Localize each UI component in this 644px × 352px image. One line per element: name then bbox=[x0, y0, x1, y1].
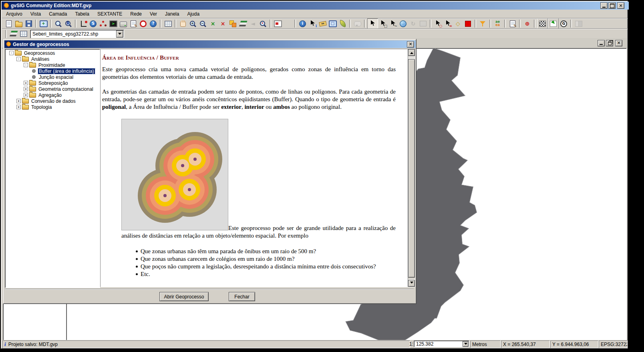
extra-panel-button[interactable] bbox=[418, 19, 428, 28]
console-button[interactable]: > bbox=[108, 19, 118, 28]
collapse-icon[interactable]: - bbox=[9, 51, 14, 55]
close-button[interactable]: ✕ bbox=[617, 2, 624, 9]
gvsig-brand-button[interactable] bbox=[338, 19, 348, 28]
find-by-id-button[interactable]: B bbox=[63, 19, 73, 28]
select-lasso-button[interactable]: ~ bbox=[388, 19, 398, 28]
layer-stack-button[interactable] bbox=[238, 19, 248, 28]
raster-selection-button[interactable] bbox=[537, 18, 548, 29]
select-circle-button[interactable]: ○ bbox=[433, 19, 443, 28]
project-preview-button[interactable] bbox=[53, 19, 63, 28]
vector-selection-button[interactable] bbox=[548, 18, 559, 29]
menu-item-tabela[interactable]: Tabela bbox=[71, 10, 93, 18]
geoprocess-molecule-button[interactable] bbox=[98, 19, 108, 28]
locator-button[interactable] bbox=[283, 19, 293, 28]
new-document-button[interactable] bbox=[4, 19, 14, 28]
scroll-thumb[interactable] bbox=[408, 59, 415, 278]
new-view-button[interactable]: + bbox=[38, 19, 48, 28]
layer-visibility-icon[interactable] bbox=[8, 29, 18, 39]
maximize-button[interactable] bbox=[608, 2, 616, 9]
view-minimize-button[interactable] bbox=[598, 40, 605, 46]
refresh-button[interactable]: ↻ bbox=[408, 19, 418, 28]
overview-map-button[interactable] bbox=[273, 19, 283, 28]
tile-windows-button[interactable] bbox=[574, 19, 584, 28]
open-project-button[interactable] bbox=[14, 19, 24, 28]
collapse-icon[interactable]: - bbox=[16, 57, 21, 61]
view-restore-button[interactable] bbox=[606, 40, 613, 46]
expand-icon[interactable]: + bbox=[16, 105, 21, 109]
field-manager-button[interactable] bbox=[493, 19, 503, 28]
pan-button[interactable] bbox=[178, 19, 188, 28]
tree-item-juncao-espacial[interactable]: Junção espacial bbox=[5, 74, 100, 80]
toolbar-separator bbox=[270, 20, 271, 28]
stop-edit-button[interactable] bbox=[463, 19, 473, 28]
zoom-selection-button[interactable]: • bbox=[258, 19, 268, 28]
expand-icon[interactable]: + bbox=[16, 99, 21, 103]
select-rectangle-button[interactable]: □ bbox=[378, 19, 388, 28]
menu-item-janela[interactable]: Janela bbox=[161, 10, 183, 18]
zoom-out-button[interactable]: − bbox=[198, 19, 208, 28]
measure-area-button[interactable]: □ bbox=[328, 19, 338, 28]
zoom-previous-button[interactable]: × bbox=[218, 19, 228, 28]
geolocation-g-button[interactable]: G bbox=[559, 19, 569, 28]
zoom-layer-button[interactable] bbox=[228, 19, 238, 28]
content-scrollbar[interactable] bbox=[408, 49, 415, 287]
help-button[interactable]: ? bbox=[148, 19, 158, 28]
tree-item-sobreposicao[interactable]: +Sobreposição bbox=[5, 80, 100, 86]
navigation-back-button[interactable]: ◄ bbox=[248, 19, 258, 28]
add-event-layer-button[interactable] bbox=[78, 19, 88, 28]
menu-item-rede[interactable]: Rede bbox=[126, 10, 146, 18]
close-dialog-button[interactable]: Fechar bbox=[229, 292, 255, 301]
main-titlebar[interactable]: gvSIG Community Edition:MDT.gvp ✕ bbox=[2, 2, 629, 10]
select-polyline-button[interactable]: ≈ bbox=[443, 19, 453, 28]
sextante-toolbox-button[interactable]: S bbox=[88, 19, 98, 28]
layer-selector[interactable]: Seberi_limites_epsg32722.shp bbox=[30, 30, 124, 38]
tree-item-analises[interactable]: -Análises bbox=[5, 56, 100, 62]
select-view-globe-button[interactable] bbox=[398, 19, 408, 28]
menu-item-ajuda[interactable]: Ajuda bbox=[183, 10, 203, 18]
toc-order-icon[interactable] bbox=[18, 29, 28, 39]
tree-item-geoprocessos[interactable]: -Geoprocessos bbox=[5, 50, 100, 56]
save-project-button[interactable] bbox=[24, 19, 34, 28]
scroll-down-button[interactable] bbox=[408, 280, 415, 287]
annotation-button[interactable]: ✎ bbox=[128, 19, 138, 28]
expand-icon[interactable]: + bbox=[24, 93, 28, 97]
zoom-full-extent-button[interactable]: × bbox=[208, 19, 218, 28]
layer-selector-dropdown-button[interactable] bbox=[116, 30, 123, 38]
tree-item-buffer[interactable]: Buffer (área de influência) bbox=[5, 68, 100, 74]
scroll-track[interactable] bbox=[408, 56, 415, 59]
menu-item-vista[interactable]: Vista bbox=[26, 10, 45, 18]
tree-item-proximidade[interactable]: -Proximidade bbox=[5, 62, 100, 68]
scale-dropdown-button[interactable] bbox=[463, 341, 469, 347]
scroll-up-button[interactable] bbox=[408, 49, 415, 56]
zoom-in-button[interactable]: + bbox=[188, 19, 198, 28]
table-manager-button[interactable] bbox=[163, 19, 173, 28]
view-close-button[interactable]: ✕ bbox=[615, 40, 622, 46]
select-buffer-button[interactable]: ◇ bbox=[453, 19, 463, 28]
menu-item-arquivo[interactable]: Arquivo bbox=[2, 10, 26, 18]
tree-item-agregacao[interactable]: +Agregação bbox=[5, 92, 100, 98]
record-target-button[interactable] bbox=[138, 19, 148, 28]
menu-item-camada[interactable]: Camada bbox=[45, 10, 71, 18]
select-point-button[interactable] bbox=[367, 18, 378, 29]
edit-attributes-button[interactable]: ✎ bbox=[507, 19, 517, 28]
center-view-button[interactable]: ⊕ bbox=[522, 19, 532, 28]
export-database-button[interactable] bbox=[118, 19, 128, 28]
dialog-titlebar[interactable]: Gestor de geoprocessos ✕ bbox=[4, 40, 416, 48]
hyperlink-button[interactable] bbox=[352, 19, 362, 28]
menu-item-sextante[interactable]: SEXTANTE bbox=[93, 10, 126, 18]
measure-distance-button[interactable]: ↔ bbox=[318, 19, 328, 28]
expand-icon[interactable]: + bbox=[24, 81, 28, 85]
minimize-button[interactable] bbox=[600, 2, 608, 9]
scale-selector[interactable]: 125.382 bbox=[414, 340, 469, 347]
open-geoprocess-button[interactable]: Abrir Geoprocesso bbox=[159, 292, 209, 301]
menu-item-ver[interactable]: Ver bbox=[146, 10, 161, 18]
filter-button[interactable] bbox=[478, 19, 488, 28]
expand-icon[interactable]: + bbox=[24, 87, 28, 91]
info-button[interactable]: i bbox=[298, 19, 308, 28]
tree-item-topologia[interactable]: +Topologia bbox=[5, 104, 100, 110]
query-point-button[interactable]: i bbox=[308, 19, 318, 28]
collapse-icon[interactable]: - bbox=[24, 63, 28, 67]
tree-item-geometria-computacional[interactable]: +Geometria computacional bbox=[5, 86, 100, 92]
tree-item-conversao-de-dados[interactable]: +Conversão de dados bbox=[5, 98, 100, 104]
dialog-close-button[interactable]: ✕ bbox=[407, 41, 414, 48]
